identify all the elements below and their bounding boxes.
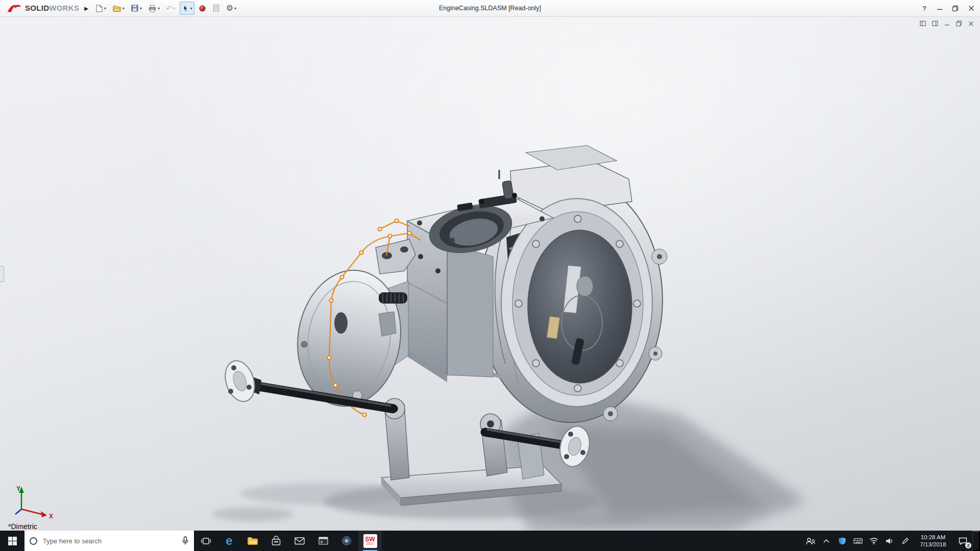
taskbar-app-console[interactable] xyxy=(311,531,335,551)
taskbar-app-file-explorer[interactable] xyxy=(241,531,264,551)
open-button[interactable]: ▾ xyxy=(110,2,127,15)
brand-solid: SOLID xyxy=(25,4,49,12)
print-dropdown[interactable]: ▾ xyxy=(158,6,160,11)
windows-logo-icon xyxy=(8,537,17,545)
rebuild-button[interactable] xyxy=(197,2,208,15)
minimize-button[interactable] xyxy=(932,0,947,16)
task-view-button[interactable] xyxy=(194,531,217,551)
doc-close-button[interactable] xyxy=(968,21,974,27)
file-properties-icon xyxy=(212,4,220,12)
chevron-up-icon xyxy=(823,538,830,543)
microphone-icon[interactable] xyxy=(182,536,189,545)
speaker-icon xyxy=(885,537,894,545)
new-dropdown[interactable]: ▾ xyxy=(104,6,106,11)
volume-button[interactable] xyxy=(881,531,897,551)
defender-button[interactable] xyxy=(834,531,850,551)
keyboard-button[interactable] xyxy=(850,531,866,551)
brand-works: WORKS xyxy=(49,4,79,12)
clock-date: 7/13/2018 xyxy=(920,541,946,548)
document-title: EngineCasing.SLDASM [Read-only] xyxy=(439,5,541,12)
ds-logo-icon xyxy=(5,3,22,13)
menu-flyout-arrow[interactable]: ▶ xyxy=(83,6,92,11)
undo-button[interactable]: ↶ ▾ xyxy=(164,2,178,15)
graphics-area[interactable]: Y X *Dimetric xyxy=(0,17,980,531)
model-shadow xyxy=(212,394,806,531)
action-center-button[interactable]: 2 xyxy=(953,531,972,551)
people-button[interactable] xyxy=(802,531,818,551)
undo-dropdown[interactable]: ▾ xyxy=(174,6,176,11)
taskbar-app-edge[interactable]: e xyxy=(217,531,241,551)
view-orientation-label: *Dimetric xyxy=(8,522,37,531)
axis-y-label: Y xyxy=(16,485,20,492)
save-button[interactable]: ▾ xyxy=(129,2,144,15)
file-properties-button[interactable] xyxy=(210,2,222,15)
task-view-icon xyxy=(201,537,211,545)
close-button[interactable] xyxy=(963,0,980,16)
notification-badge: 2 xyxy=(965,542,971,548)
cortana-icon xyxy=(30,537,37,545)
round-app-icon xyxy=(341,535,352,546)
pen-button[interactable] xyxy=(897,531,913,551)
minimize-icon xyxy=(937,5,943,11)
help-button[interactable]: ? xyxy=(917,0,932,16)
solidworks-app-icon: SW 2017 xyxy=(363,534,377,548)
new-document-button[interactable]: ▾ xyxy=(92,2,108,15)
search-input[interactable] xyxy=(42,537,177,545)
sw-tile-label: SW xyxy=(365,536,375,542)
solidworks-window: SOLIDWORKS ▶ ▾ ▾ xyxy=(0,0,980,551)
store-bag-icon xyxy=(271,536,282,546)
doc-close-icon xyxy=(968,21,974,27)
taskbar: e xyxy=(0,531,980,551)
taskbar-app-dark[interactable] xyxy=(335,531,358,551)
system-tray: 10:28 AM 7/13/2018 2 xyxy=(802,531,980,551)
print-button[interactable]: ▾ xyxy=(146,2,162,15)
rebuild-icon xyxy=(199,5,206,12)
clock-time: 10:28 AM xyxy=(921,534,946,541)
pen-icon xyxy=(901,537,909,545)
open-dropdown[interactable]: ▾ xyxy=(122,6,125,11)
taskbar-app-mail[interactable] xyxy=(288,531,311,551)
select-dropdown[interactable]: ▾ xyxy=(190,6,192,11)
quick-access-toolbar: ▾ ▾ ▾ xyxy=(92,2,238,15)
edge-icon: e xyxy=(226,535,232,547)
new-document-icon xyxy=(94,4,103,13)
network-button[interactable] xyxy=(866,531,881,551)
save-icon xyxy=(131,4,139,12)
clock[interactable]: 10:28 AM 7/13/2018 xyxy=(913,531,953,551)
taskbar-app-store[interactable] xyxy=(264,531,288,551)
print-icon xyxy=(148,4,157,13)
taskbar-app-solidworks[interactable]: SW 2017 xyxy=(358,531,382,551)
show-hidden-icons-button[interactable] xyxy=(818,531,834,551)
gear-icon: ⚙ xyxy=(226,4,233,12)
doc-minimize-button[interactable] xyxy=(944,21,950,27)
open-icon xyxy=(112,4,121,12)
doc-minimize-icon xyxy=(944,21,950,27)
solidworks-logo[interactable]: SOLIDWORKS xyxy=(0,0,83,16)
save-dropdown[interactable]: ▾ xyxy=(140,6,142,11)
options-dropdown[interactable]: ▾ xyxy=(234,6,236,11)
wifi-icon xyxy=(869,537,878,544)
mail-icon xyxy=(294,536,305,545)
select-button[interactable]: ▾ xyxy=(180,2,194,15)
window-controls: ? xyxy=(917,0,980,16)
show-desktop-button[interactable] xyxy=(972,531,980,551)
dock-right-button[interactable] xyxy=(932,20,938,27)
restore-icon xyxy=(952,5,959,12)
engine-casing-model[interactable] xyxy=(0,17,980,531)
window-left-icon xyxy=(920,20,926,27)
doc-restore-button[interactable] xyxy=(956,20,962,27)
undo-icon: ↶ xyxy=(166,5,173,12)
doc-restore-icon xyxy=(956,20,962,27)
start-button[interactable] xyxy=(0,531,24,551)
select-cursor-icon xyxy=(182,4,189,13)
keyboard-icon xyxy=(853,538,863,544)
console-window-icon xyxy=(318,536,329,545)
security-shield-icon xyxy=(838,537,846,545)
document-window-controls xyxy=(920,20,974,27)
taskbar-search[interactable] xyxy=(24,531,194,551)
help-icon: ? xyxy=(922,5,926,12)
options-button[interactable]: ⚙ ▾ xyxy=(224,2,238,15)
orientation-triad: Y X xyxy=(12,485,58,520)
dock-left-button[interactable] xyxy=(920,20,926,27)
restore-button[interactable] xyxy=(947,0,963,16)
